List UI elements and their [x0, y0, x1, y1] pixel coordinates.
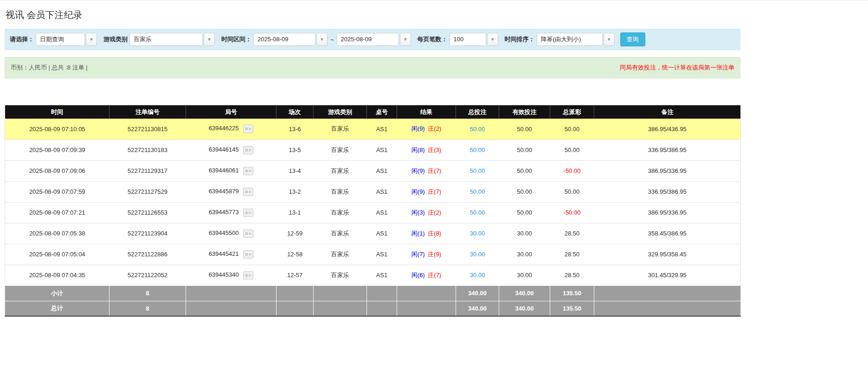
chevron-down-icon[interactable]: ▼	[487, 33, 498, 46]
cell-time: 2025-08-09 07:04:35	[5, 265, 109, 286]
cell-time: 2025-08-09 07:10:05	[5, 119, 109, 140]
cell-session: 12-58	[276, 244, 314, 265]
date-range-label: 时间区间：	[221, 35, 251, 44]
cell-payout: 50.00	[550, 140, 594, 160]
total-bet-link[interactable]: 50.00	[470, 209, 485, 216]
cell-time: 2025-08-09 07:07:21	[5, 202, 109, 223]
cell-valid-bet: 50.00	[499, 119, 550, 140]
video-icon[interactable]	[243, 125, 253, 133]
date-to-value[interactable]: 2025-08-09	[337, 33, 399, 46]
cell-game-type: 百家乐	[314, 244, 367, 265]
subtotal-count: 8	[109, 286, 186, 301]
cell-note: 358.45/386.95	[594, 223, 741, 244]
date-range-separator: ~	[330, 36, 334, 43]
total-bet-link[interactable]: 30.00	[470, 272, 485, 279]
page-size-value[interactable]: 100	[450, 33, 486, 46]
chevron-down-icon[interactable]: ▼	[204, 33, 215, 46]
result-banker: 庄(2)	[428, 125, 441, 132]
result-player: 闲(7)	[411, 251, 425, 258]
notice-text: 同局有效投注，统一计算在该局第一张注单	[620, 64, 734, 72]
result-banker: 庄(7)	[428, 188, 441, 195]
table-row: 2025-08-09 07:09:39 522721130183 6394461…	[5, 140, 741, 160]
total-empty-cell	[397, 301, 456, 316]
col-header-session: 场次	[276, 105, 314, 119]
cell-time: 2025-08-09 07:05:38	[5, 223, 109, 244]
total-valid-bet: 340.00	[499, 301, 550, 316]
cell-valid-bet: 50.00	[499, 160, 550, 181]
round-number: 639446225	[209, 125, 239, 132]
subtotal-empty-cell	[314, 286, 367, 301]
cell-bet-id: 522721123904	[109, 223, 186, 244]
total-bet-link[interactable]: 50.00	[470, 146, 485, 153]
video-icon[interactable]	[243, 271, 253, 279]
result-banker: 庄(2)	[428, 209, 441, 216]
result-player: 闲(9)	[411, 188, 425, 195]
select-mode-label: 请选择：	[10, 35, 34, 44]
sort-order-value[interactable]: 降幂(由大到小)	[537, 33, 603, 46]
round-number: 639445421	[209, 250, 239, 257]
cell-session: 13-4	[276, 160, 314, 181]
total-bet-link[interactable]: 50.00	[470, 126, 485, 133]
cell-note: 301.45/329.95	[594, 265, 741, 286]
search-button[interactable]: 查询	[620, 32, 645, 46]
video-icon[interactable]	[243, 146, 253, 154]
col-header-valid-bet: 有效投注	[499, 105, 550, 119]
video-icon[interactable]	[243, 188, 253, 196]
chevron-down-icon[interactable]: ▼	[86, 33, 97, 46]
cell-game-type: 百家乐	[314, 202, 367, 223]
video-icon[interactable]	[243, 167, 253, 175]
total-bet-link[interactable]: 30.00	[470, 251, 485, 258]
cell-payout: -50.00	[550, 202, 594, 223]
game-type-value[interactable]: 百家乐	[129, 33, 203, 46]
cell-round: 639445773	[186, 202, 276, 223]
video-icon[interactable]	[243, 229, 253, 238]
result-banker: 庄(3)	[428, 146, 441, 153]
page-size-combo[interactable]: 100 ▼	[450, 33, 498, 46]
date-from-value[interactable]: 2025-08-09	[253, 33, 315, 46]
video-icon[interactable]	[243, 209, 253, 217]
col-header-round: 局号	[186, 105, 276, 119]
table-row: 2025-08-09 07:04:35 522721122052 6394453…	[5, 265, 741, 286]
cell-bet-id: 522721122052	[109, 265, 186, 286]
currency-total-summary: 币别：人民币 | 总共 :8 注单 |	[11, 64, 88, 72]
game-type-combo[interactable]: 百家乐 ▼	[129, 33, 215, 46]
chevron-down-icon[interactable]: ▼	[604, 33, 615, 46]
cell-note: 386.95/336.95	[594, 202, 741, 223]
cell-total-bet: 50.00	[456, 119, 499, 140]
total-label: 总计	[5, 301, 109, 316]
sort-order-combo[interactable]: 降幂(由大到小) ▼	[537, 33, 615, 46]
total-total-bet: 340.00	[456, 301, 499, 316]
subtotal-label: 小计	[5, 286, 109, 301]
date-from-combo[interactable]: 2025-08-09 ▼	[253, 33, 328, 46]
cell-bet-id: 522721127529	[109, 181, 186, 202]
select-mode-value[interactable]: 日期查询	[36, 33, 85, 46]
cell-valid-bet: 50.00	[499, 202, 550, 223]
table-row: 2025-08-09 07:10:05 522721130815 6394462…	[5, 119, 741, 140]
filter-bar: 请选择： 日期查询 ▼ 游戏类别 百家乐 ▼ 时间区间： 2025-08-09 …	[5, 29, 740, 50]
chevron-down-icon[interactable]: ▼	[400, 33, 411, 46]
total-bet-link[interactable]: 50.00	[470, 167, 485, 174]
result-player: 闲(9)	[411, 125, 425, 132]
cell-bet-id: 522721122886	[109, 244, 186, 265]
video-icon[interactable]	[243, 250, 253, 259]
subtotal-valid-bet: 340.00	[499, 286, 550, 301]
cell-total-bet: 50.00	[456, 202, 499, 223]
date-to-combo[interactable]: 2025-08-09 ▼	[337, 33, 411, 46]
cell-total-bet: 30.00	[456, 223, 499, 244]
table-row: 2025-08-09 07:07:59 522721127529 6394458…	[5, 181, 741, 202]
cell-valid-bet: 50.00	[499, 181, 550, 202]
chevron-down-icon[interactable]: ▼	[316, 33, 328, 46]
cell-time: 2025-08-09 07:07:59	[5, 181, 109, 202]
cell-session: 13-5	[276, 140, 314, 160]
table-row: 2025-08-09 07:05:38 522721123904 6394455…	[5, 223, 741, 244]
subtotal-empty-cell	[594, 286, 741, 301]
result-banker: 庄(7)	[428, 167, 441, 174]
total-bet-link[interactable]: 50.00	[470, 188, 485, 195]
cell-table: AS1	[367, 181, 397, 202]
select-mode-combo[interactable]: 日期查询 ▼	[36, 33, 97, 46]
result-banker: 庄(7)	[428, 272, 441, 279]
subtotal-empty-cell	[397, 286, 456, 301]
cell-table: AS1	[367, 119, 397, 140]
total-bet-link[interactable]: 30.00	[470, 230, 485, 237]
cell-session: 13-2	[276, 181, 314, 202]
